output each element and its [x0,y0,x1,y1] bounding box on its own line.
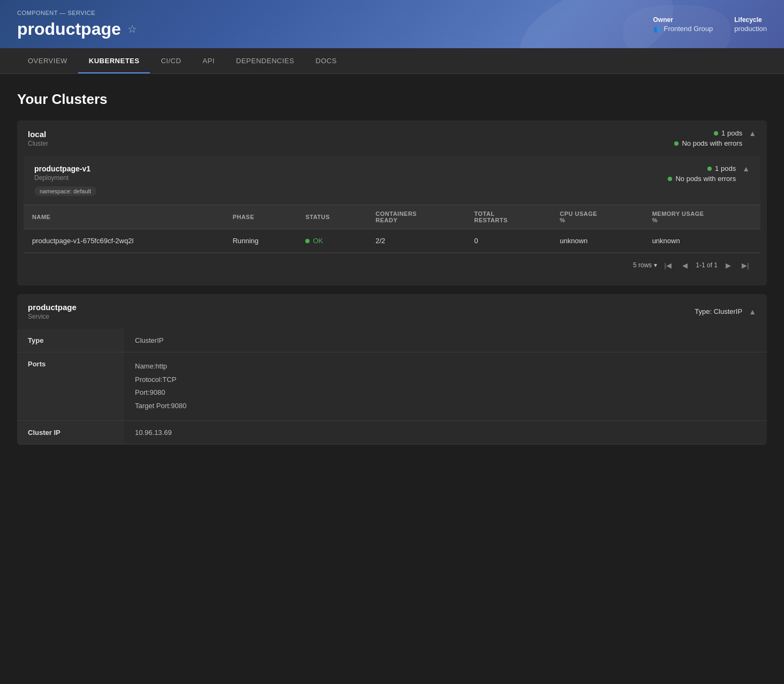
pod-total-restarts: 0 [466,229,552,253]
header-meta-group: Owner Frontend Group Lifecycle productio… [653,16,767,33]
deployment-type: Deployment [34,174,96,182]
tab-cicd[interactable]: CI/CD [150,48,192,73]
deployment-status-group: 1 pods No pods with errors ▲ [668,164,750,183]
cluster-info: local Cluster [28,130,48,147]
service-status-group: Type: ClusterIP ▲ [695,307,756,316]
table-header-row: NAME PHASE STATUS CONTAINERSREADY TOTALR… [24,205,760,229]
deployment-no-errors: No pods with errors [668,175,736,183]
pods-green-dot [714,131,718,136]
col-containers-ready: CONTAINERSREADY [367,205,465,229]
col-status: STATUS [297,205,367,229]
pod-status: OK [297,229,367,253]
first-page-button[interactable]: |◀ [661,259,674,272]
service-clusterip-value: 10.96.13.69 [124,420,767,444]
dep-no-errors-dot [668,177,672,181]
main-content: Your Clusters local Cluster 1 pods No po… [0,74,784,470]
service-ports-value: Name:http Protocol:TCP Port:9080 Target … [124,352,767,421]
lifecycle-value: production [734,25,767,33]
pod-phase: Running [224,229,297,253]
owner-label: Owner [653,16,713,24]
port-protocol: Protocol:TCP [135,373,756,387]
cluster-type: Cluster [28,140,48,147]
last-page-button[interactable]: ▶| [739,259,752,272]
page-info: 1-1 of 1 [696,261,718,269]
cluster-status-group: 1 pods No pods with errors ▲ [674,129,756,147]
pods-table: NAME PHASE STATUS CONTAINERSREADY TOTALR… [24,205,760,253]
clusters-heading: Your Clusters [17,91,767,108]
service-table: Type ClusterIP Ports Name:http Protocol:… [17,329,767,445]
col-name: NAME [24,205,224,229]
header: COMPONENT — SERVICE productpage ☆ Owner … [0,0,784,48]
namespace-badge: namespace: default [34,186,96,196]
deployment-header: productpage-v1 Deployment namespace: def… [24,156,760,205]
col-memory-usage: MEMORY USAGE% [644,205,760,229]
prev-page-button[interactable]: ◀ [679,259,691,272]
dep-pods-dot [707,167,712,171]
service-type-label: Service [28,313,77,320]
header-title: productpage ☆ [17,19,137,39]
deployment-pods-count: 1 pods [707,164,736,172]
service-collapse-icon[interactable]: ▲ [749,307,756,316]
service-type-key: Type [17,329,124,352]
col-phase: PHASE [224,205,297,229]
service-header: productpage Service Type: ClusterIP ▲ [17,294,767,329]
cluster-status: 1 pods No pods with errors [674,129,742,147]
port-target: Target Port:9080 [135,400,756,413]
pod-cpu-usage: unknown [551,229,643,253]
lifecycle-label: Lifecycle [734,16,767,24]
service-type-value: ClusterIP [124,329,767,352]
deployment-name: productpage-v1 [34,164,96,173]
deployment-card: productpage-v1 Deployment namespace: def… [24,156,760,277]
pod-memory-usage: unknown [644,229,760,253]
service-ports-row: Ports Name:http Protocol:TCP Port:9080 T… [17,352,767,421]
col-total-restarts: TOTALRESTARTS [466,205,552,229]
service-card: productpage Service Type: ClusterIP ▲ Ty… [17,294,767,445]
header-left: COMPONENT — SERVICE productpage ☆ [17,10,137,39]
status-dot [305,239,310,243]
cluster-no-errors: No pods with errors [674,139,742,147]
pod-containers-ready: 2/2 [367,229,465,253]
service-type-badge: Type: ClusterIP [695,307,742,315]
owner-meta: Owner Frontend Group [653,16,713,33]
tab-overview[interactable]: OVERVIEW [17,48,78,73]
no-errors-green-dot [674,141,679,146]
deployment-info: productpage-v1 Deployment namespace: def… [34,164,96,196]
cluster-card: local Cluster 1 pods No pods with errors… [17,121,767,285]
service-ports-key: Ports [17,352,124,421]
tab-docs[interactable]: DOCS [305,48,348,73]
port-port: Port:9080 [135,386,756,400]
table-row: productpage-v1-675fc69cf-2wq2l Running O… [24,229,760,253]
nav: OVERVIEW KUBERNETES CI/CD API DEPENDENCI… [0,48,784,74]
service-info: productpage Service [28,303,77,320]
people-icon [653,25,661,33]
service-type-row: Type ClusterIP [17,329,767,352]
page-title: productpage [17,19,121,39]
tab-kubernetes[interactable]: KUBERNETES [78,48,150,73]
cluster-collapse-icon[interactable]: ▲ [749,129,756,138]
favorite-icon[interactable]: ☆ [127,22,137,35]
service-name: productpage [28,303,77,312]
next-page-button[interactable]: ▶ [722,259,735,272]
deployment-status: 1 pods No pods with errors [668,164,736,183]
cluster-name: local [28,130,48,139]
service-clusterip-row: Cluster IP 10.96.13.69 [17,420,767,444]
pagination-row: 5 rows ▾ |◀ ◀ 1-1 of 1 ▶ ▶| [24,253,760,277]
owner-value: Frontend Group [653,25,713,33]
cluster-header: local Cluster 1 pods No pods with errors… [17,121,767,156]
rows-per-page-select[interactable]: 5 rows ▾ [633,261,657,269]
deployment-collapse-icon[interactable]: ▲ [742,164,750,173]
lifecycle-meta: Lifecycle production [734,16,767,33]
tab-api[interactable]: API [192,48,225,73]
service-clusterip-key: Cluster IP [17,420,124,444]
breadcrumb: COMPONENT — SERVICE [17,10,137,16]
rows-per-page-label: 5 rows [633,261,652,269]
cluster-pods-count: 1 pods [714,129,742,137]
rows-dropdown-icon: ▾ [654,261,657,269]
col-cpu-usage: CPU USAGE% [551,205,643,229]
port-name: Name:http [135,360,756,373]
tab-dependencies[interactable]: DEPENDENCIES [225,48,305,73]
status-ok-badge: OK [305,237,358,245]
pod-name: productpage-v1-675fc69cf-2wq2l [24,229,224,253]
